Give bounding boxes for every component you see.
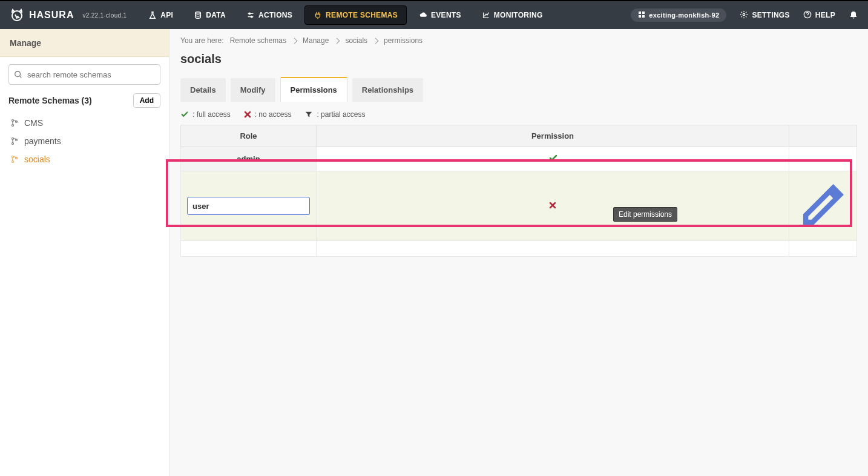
svg-point-12: [12, 125, 14, 127]
svg-rect-5: [642, 12, 645, 14]
help-icon: [803, 10, 812, 21]
nav-label: ACTIONS: [258, 11, 292, 19]
sidebar: Manage Remote Schemas (3) Add CMS: [0, 29, 169, 476]
nav-label: MONITORING: [494, 11, 543, 19]
search-container: [8, 64, 160, 85]
tab-relationships[interactable]: Relationships: [352, 78, 423, 102]
svg-rect-6: [639, 15, 641, 18]
breadcrumb: You are here: Remote schemas Manage soci…: [180, 36, 857, 45]
breadcrumb-current: permissions: [384, 36, 422, 45]
nav-api[interactable]: API: [140, 1, 182, 29]
col-actions: [789, 125, 857, 147]
filter-icon: [304, 110, 313, 119]
svg-point-8: [743, 13, 746, 16]
chevron-right-icon: [292, 38, 298, 44]
svg-point-10: [15, 71, 21, 77]
branch-icon: [11, 119, 18, 127]
nav-label: EVENTS: [431, 11, 461, 19]
project-name: exciting-monkfish-92: [649, 12, 719, 19]
svg-point-15: [12, 143, 14, 145]
schema-item-socials[interactable]: socials: [8, 150, 160, 168]
svg-point-14: [12, 138, 14, 140]
empty-cell: [181, 241, 317, 257]
nav-data[interactable]: DATA: [185, 1, 234, 29]
top-navbar: HASURA v2.22.1-cloud.1 API DATA ACTIONS: [0, 0, 868, 29]
breadcrumb-link[interactable]: socials: [345, 36, 367, 45]
main-content: You are here: Remote schemas Manage soci…: [169, 29, 868, 476]
nav-actions[interactable]: ACTIONS: [238, 1, 301, 29]
plug-icon: [314, 11, 322, 19]
bell-icon[interactable]: [849, 10, 858, 20]
legend-full-access: : full access: [180, 110, 231, 119]
hasura-logo-icon: [10, 8, 24, 22]
chevron-right-icon: [373, 38, 379, 44]
svg-rect-4: [639, 12, 641, 14]
edit-permissions-icon[interactable]: [795, 225, 850, 234]
branch-icon: [11, 137, 18, 145]
gear-icon: [740, 10, 748, 21]
schema-list: CMS payments socials: [8, 114, 160, 168]
add-schema-button[interactable]: Add: [133, 93, 160, 108]
role-input[interactable]: [187, 197, 310, 215]
tabs: Details Modify Permissions Relationships: [180, 77, 857, 102]
svg-point-3: [251, 16, 252, 18]
svg-point-18: [12, 161, 14, 163]
role-cell: [181, 171, 317, 241]
svg-point-0: [12, 11, 22, 21]
edit-permissions-tooltip: Edit permissions: [613, 207, 677, 222]
version-text: v2.22.1-cloud.1: [82, 12, 127, 19]
empty-cell: [317, 241, 789, 257]
database-icon: [194, 11, 202, 19]
x-icon: [244, 111, 251, 118]
svg-point-17: [12, 156, 14, 158]
role-row-user: [181, 171, 857, 241]
tab-modify[interactable]: Modify: [231, 78, 275, 102]
sidebar-heading: Manage: [0, 29, 169, 57]
empty-cell: [789, 241, 857, 257]
nav-remote-schemas[interactable]: REMOTE SCHEMAS: [304, 5, 407, 25]
nav-right: exciting-monkfish-92 SETTINGS HELP: [631, 8, 858, 22]
search-icon: [14, 70, 22, 79]
grid-icon: [638, 11, 645, 19]
nav-label: DATA: [206, 11, 226, 19]
schema-item-payments[interactable]: payments: [8, 132, 160, 150]
nav-help[interactable]: HELP: [803, 10, 835, 21]
nav-monitoring[interactable]: MONITORING: [473, 1, 551, 29]
role-row-empty: [181, 241, 857, 257]
tab-permissions[interactable]: Permissions: [280, 77, 347, 102]
legend-label: : no access: [255, 110, 292, 119]
svg-rect-7: [642, 15, 645, 18]
brand-name: HASURA: [29, 10, 74, 21]
chart-icon: [482, 11, 490, 19]
action-cell: [789, 147, 857, 171]
check-icon: [180, 110, 189, 119]
nav-events[interactable]: EVENTS: [410, 1, 470, 29]
nav-settings[interactable]: SETTINGS: [740, 10, 789, 21]
breadcrumb-link[interactable]: Manage: [303, 36, 329, 45]
nav-label: REMOTE SCHEMAS: [326, 11, 398, 19]
project-selector[interactable]: exciting-monkfish-92: [631, 8, 726, 22]
flask-icon: [148, 11, 157, 19]
brand: HASURA v2.22.1-cloud.1: [10, 8, 135, 22]
permission-cell[interactable]: [317, 171, 789, 241]
legend-label: : partial access: [317, 110, 365, 119]
schemas-title: Remote Schemas (3): [8, 96, 92, 105]
schema-item-label: payments: [24, 136, 61, 146]
page-title: socials: [180, 52, 857, 66]
chevron-right-icon: [334, 38, 340, 44]
legend-no-access: : no access: [244, 110, 292, 119]
tab-details[interactable]: Details: [180, 78, 226, 102]
permission-cell: [317, 147, 789, 171]
legend-label: : full access: [192, 110, 231, 119]
svg-point-2: [249, 13, 251, 15]
permissions-table: Role Permission admin: [180, 125, 857, 257]
search-input[interactable]: [8, 64, 160, 85]
cloud-icon: [419, 11, 427, 19]
schema-item-label: CMS: [24, 118, 43, 128]
role-row-admin: admin: [181, 147, 857, 171]
breadcrumb-link[interactable]: Remote schemas: [230, 36, 286, 45]
check-icon: [548, 153, 557, 162]
schema-item-cms[interactable]: CMS: [8, 114, 160, 132]
branch-icon: [11, 155, 18, 164]
settings-label: SETTINGS: [752, 11, 789, 19]
